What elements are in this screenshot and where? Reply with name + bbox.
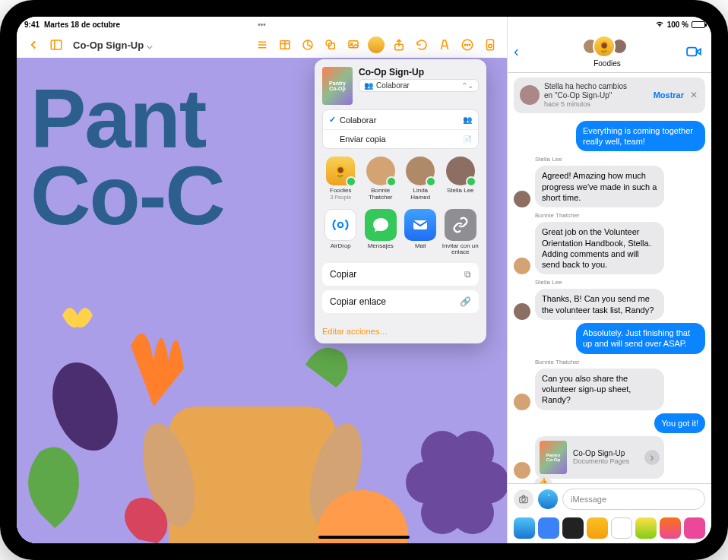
share-sheet: PantryCo-Op Co-Op Sign-Up 👥 Colaborar ⌃⌄…	[315, 59, 486, 343]
media-icon[interactable]	[343, 34, 364, 55]
avatar-icon	[514, 191, 530, 207]
status-bar: 9:41 Martes 18 de octubre •••	[17, 17, 507, 32]
message-in[interactable]: Great job on the Volunteer Orientation H…	[535, 222, 664, 274]
imessage-app-strip[interactable]	[508, 514, 711, 543]
share-thumbnail: PantryCo-Op	[322, 67, 353, 105]
strip-app-icon[interactable]	[611, 517, 632, 539]
app-store-button[interactable]	[538, 489, 558, 509]
message-in[interactable]: Agreed! Amazing how much progress we've …	[535, 166, 664, 207]
conversation-info[interactable]: 🌻 Foodies	[532, 35, 682, 68]
share-app-mail[interactable]: Mail	[402, 209, 439, 256]
action-copy[interactable]: Copiar ⧉	[322, 263, 479, 286]
copy-icon: ⧉	[464, 269, 471, 280]
svg-point-16	[467, 44, 468, 46]
edit-actions-button[interactable]: Editar acciones…	[315, 324, 486, 343]
svg-point-29	[451, 492, 494, 534]
strip-app-icon[interactable]	[684, 517, 705, 539]
status-bar-right: 100 %	[508, 17, 711, 32]
share-app-messages[interactable]: Mensajes	[362, 209, 400, 256]
back-button[interactable]	[23, 34, 44, 55]
collaborate-avatar-icon[interactable]	[368, 36, 385, 53]
list-icon[interactable]	[252, 34, 273, 55]
svg-point-15	[464, 44, 466, 46]
chevron-up-down-icon: ⌃⌄	[461, 81, 473, 90]
link-icon: 🔗	[460, 296, 471, 307]
messages-app: 100 % ‹ 🌻 Foodies Stella ha hecho cambio…	[507, 17, 711, 543]
strip-app-icon[interactable]	[635, 517, 657, 539]
message-out[interactable]: You got it!	[654, 413, 705, 433]
document-icon: 📄	[463, 135, 472, 144]
share-mode-dropdown: ✓ Colaborar 👥 Enviar copia 📄	[322, 109, 479, 149]
share-app-airdrop[interactable]: AirDrop	[322, 209, 359, 256]
multitask-dots-icon[interactable]: •••	[251, 21, 274, 29]
share-person-stella[interactable]: Stella Lee	[442, 157, 480, 201]
people-icon: 👥	[463, 115, 472, 124]
share-person-linda[interactable]: Linda Hamed	[402, 157, 439, 201]
home-indicator[interactable]	[318, 536, 410, 539]
svg-point-31	[338, 222, 343, 227]
collab-notification[interactable]: Stella ha hecho cambiosen "Co-Op Sign-Up…	[514, 78, 705, 113]
message-in[interactable]: Thanks, B! Can you send me the volunteer…	[535, 289, 664, 320]
message-out[interactable]: Everything is coming together really wel…	[576, 121, 705, 152]
message-input-area: iMessage	[508, 483, 711, 514]
battery-icon	[692, 21, 705, 28]
status-time: 9:41	[24, 21, 40, 29]
wifi-icon	[655, 20, 664, 29]
checkmark-icon: ✓	[329, 115, 340, 125]
notif-close-button[interactable]: ✕	[688, 90, 699, 100]
sidebar-icon[interactable]	[46, 34, 67, 55]
undo-icon[interactable]	[411, 34, 432, 55]
document-title[interactable]: Co-Op Sign-Up ⌵	[68, 40, 157, 51]
share-person-foodies[interactable]: 🌻 Foodies 3 People	[322, 157, 359, 201]
avatar-icon	[514, 258, 530, 274]
notif-avatar	[520, 85, 540, 105]
facetime-button[interactable]	[682, 43, 705, 60]
svg-point-22	[41, 353, 129, 460]
toolbar: Co-Op Sign-Up ⌵	[17, 32, 507, 58]
camera-button[interactable]	[514, 489, 533, 509]
messages-back-button[interactable]: ‹	[514, 43, 532, 60]
message-in[interactable]: Can you also share the volunteer sign-up…	[535, 369, 664, 410]
svg-point-19	[489, 44, 492, 48]
mode-collaborate[interactable]: ✓ Colaborar 👥	[323, 110, 478, 130]
people-icon: 👥	[364, 81, 373, 90]
notif-show-button[interactable]: Mostrar	[654, 90, 684, 100]
share-app-invite-link[interactable]: Invitar con un enlace	[442, 209, 480, 256]
avatar-icon	[514, 303, 530, 320]
message-input[interactable]: iMessage	[562, 489, 705, 510]
message-out[interactable]: Absolutely. Just finishing that up and w…	[576, 323, 705, 354]
more-icon[interactable]	[457, 34, 478, 55]
strip-app-icon[interactable]	[538, 517, 559, 539]
chat-list[interactable]: Everything is coming together really wel…	[508, 118, 711, 483]
share-doc-title: Co-Op Sign-Up	[359, 67, 479, 78]
svg-point-35	[522, 498, 526, 501]
shape-icon[interactable]	[320, 34, 341, 55]
strip-app-icon[interactable]	[587, 517, 608, 539]
strip-app-icon[interactable]	[660, 517, 681, 539]
status-date: Martes 18 de octubre	[44, 21, 120, 29]
share-icon[interactable]	[388, 34, 410, 55]
chart-icon[interactable]	[297, 34, 318, 55]
poster-heading: Pant Co-C	[30, 81, 224, 234]
svg-rect-0	[51, 40, 62, 49]
strip-app-icon[interactable]	[514, 517, 535, 539]
share-mode-button[interactable]: 👥 Colaborar ⌃⌄	[359, 79, 479, 92]
chevron-down-icon: ⌵	[147, 40, 153, 51]
format-icon[interactable]	[434, 34, 455, 55]
document-settings-icon[interactable]	[480, 34, 501, 55]
share-person-bonnie[interactable]: Bonnie Thatcher	[362, 157, 400, 201]
svg-rect-33	[687, 47, 696, 55]
avatar-icon	[514, 462, 530, 479]
reaction-thumbs-up[interactable]: 👍	[535, 477, 552, 483]
avatar-icon	[514, 394, 530, 410]
pages-app: 9:41 Martes 18 de octubre ••• Co-Op Sign…	[17, 17, 507, 543]
strip-app-icon[interactable]	[562, 517, 584, 539]
message-attachment[interactable]: PantryCo-Op Co-Op Sign-Up Documento Page…	[535, 436, 664, 479]
messages-header: ‹ 🌻 Foodies	[508, 32, 711, 73]
mode-send-copy[interactable]: Enviar copia 📄	[323, 130, 478, 148]
action-copy-link[interactable]: Copiar enlace 🔗	[322, 290, 479, 313]
table-icon[interactable]	[274, 34, 296, 55]
svg-point-17	[469, 44, 470, 46]
chevron-right-icon: ›	[644, 450, 660, 465]
